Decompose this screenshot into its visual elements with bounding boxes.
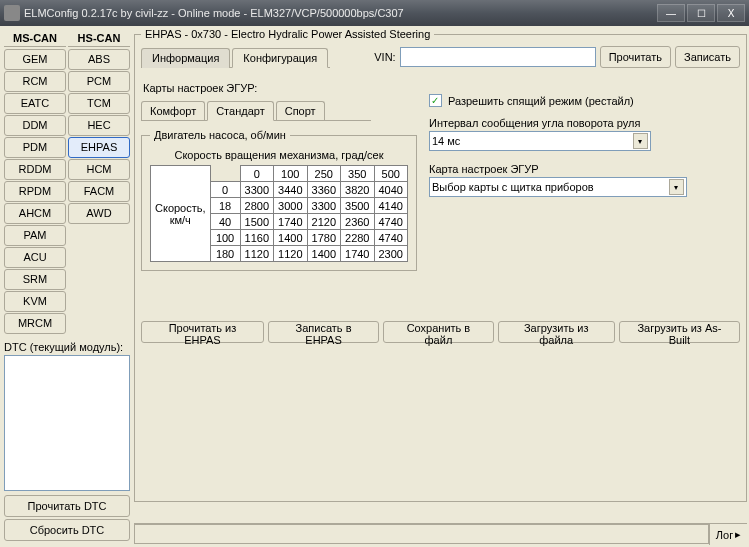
table-cell[interactable]: 3000 bbox=[274, 198, 307, 214]
table-cell[interactable]: 3360 bbox=[307, 182, 340, 198]
module-button-rpdm[interactable]: RPDM bbox=[4, 181, 66, 202]
subtab-sport[interactable]: Спорт bbox=[276, 101, 325, 121]
pump-title: Двигатель насоса, об/мин bbox=[150, 129, 290, 141]
table-cell[interactable]: 1160 bbox=[240, 230, 273, 246]
status-text bbox=[134, 524, 709, 544]
map-source-label: Карта настроек ЭГУР bbox=[429, 163, 740, 175]
table-cell[interactable]: 1780 bbox=[307, 230, 340, 246]
sleep-mode-label: Разрешить спящий режим (рестайл) bbox=[448, 95, 634, 107]
dtc-list[interactable] bbox=[4, 355, 130, 491]
table-cell[interactable]: 4040 bbox=[374, 182, 407, 198]
module-button-mrcm[interactable]: MRCM bbox=[4, 313, 66, 334]
col-header[interactable]: 100 bbox=[274, 166, 307, 182]
row-header[interactable]: 40 bbox=[210, 214, 240, 230]
vin-label: VIN: bbox=[374, 51, 395, 63]
row-header[interactable]: 180 bbox=[210, 246, 240, 262]
subtab-comfort[interactable]: Комфорт bbox=[141, 101, 205, 121]
module-title: EHPAS - 0x730 - Electro Hydralic Power A… bbox=[141, 28, 434, 40]
module-button-acu[interactable]: ACU bbox=[4, 247, 66, 268]
subtab-standard[interactable]: Стандарт bbox=[207, 101, 274, 121]
table-cell[interactable]: 1120 bbox=[274, 246, 307, 262]
module-button-rddm[interactable]: RDDM bbox=[4, 159, 66, 180]
data-table: Скорость,км/ч010025035050003300344033603… bbox=[150, 165, 408, 262]
table-cell[interactable]: 1500 bbox=[240, 214, 273, 230]
close-button[interactable]: X bbox=[717, 4, 745, 22]
table-cell[interactable]: 4740 bbox=[374, 214, 407, 230]
vin-input[interactable] bbox=[400, 47, 596, 67]
table-cell[interactable]: 4140 bbox=[374, 198, 407, 214]
tab-info[interactable]: Информация bbox=[141, 48, 230, 68]
dtc-label: DTC (текущий модуль): bbox=[4, 341, 130, 353]
table-cell[interactable]: 2120 bbox=[307, 214, 340, 230]
table-cell[interactable]: 3440 bbox=[274, 182, 307, 198]
row-header[interactable]: 100 bbox=[210, 230, 240, 246]
save-to-file-button[interactable]: Сохранить в файл bbox=[383, 321, 493, 343]
module-button-tcm[interactable]: TCM bbox=[68, 93, 130, 114]
rotation-speed-label: Скорость вращения механизма, град/сек bbox=[150, 149, 408, 161]
module-button-awd[interactable]: AWD bbox=[68, 203, 130, 224]
write-to-ehpas-button[interactable]: Записать в EHPAS bbox=[268, 321, 379, 343]
table-cell[interactable]: 3300 bbox=[240, 182, 273, 198]
chevron-down-icon: ▾ bbox=[633, 133, 648, 149]
sleep-mode-checkbox[interactable]: ✓ bbox=[429, 94, 442, 107]
window-titlebar: ELMConfig 0.2.17c by civil-zz - Online m… bbox=[0, 0, 749, 26]
table-cell[interactable]: 2280 bbox=[341, 230, 374, 246]
table-cell[interactable]: 2800 bbox=[240, 198, 273, 214]
table-cell[interactable]: 2360 bbox=[341, 214, 374, 230]
module-button-ehpas[interactable]: EHPAS bbox=[68, 137, 130, 158]
table-cell[interactable]: 2300 bbox=[374, 246, 407, 262]
table-cell[interactable]: 3300 bbox=[307, 198, 340, 214]
read-from-ehpas-button[interactable]: Прочитать из EHPAS bbox=[141, 321, 264, 343]
module-button-abs[interactable]: ABS bbox=[68, 49, 130, 70]
tab-config[interactable]: Конфигурация bbox=[232, 48, 328, 68]
map-source-value: Выбор карты с щитка приборов bbox=[432, 181, 594, 193]
module-button-pam[interactable]: PAM bbox=[4, 225, 66, 246]
ms-can-header: MS-CAN bbox=[4, 30, 66, 47]
module-button-rcm[interactable]: RCM bbox=[4, 71, 66, 92]
module-button-ddm[interactable]: DDM bbox=[4, 115, 66, 136]
module-button-kvm[interactable]: KVM bbox=[4, 291, 66, 312]
read-button[interactable]: Прочитать bbox=[600, 46, 671, 68]
reset-dtc-button[interactable]: Сбросить DTC bbox=[4, 519, 130, 541]
module-button-hec[interactable]: HEC bbox=[68, 115, 130, 136]
minimize-button[interactable]: — bbox=[657, 4, 685, 22]
table-cell[interactable]: 1120 bbox=[240, 246, 273, 262]
load-from-file-button[interactable]: Загрузить из файла bbox=[498, 321, 615, 343]
app-icon bbox=[4, 5, 20, 21]
row-header[interactable]: 18 bbox=[210, 198, 240, 214]
load-from-asbuilt-button[interactable]: Загрузить из As-Built bbox=[619, 321, 740, 343]
col-header[interactable]: 350 bbox=[341, 166, 374, 182]
log-button[interactable]: Лог ▸ bbox=[709, 524, 747, 545]
module-button-pcm[interactable]: PCM bbox=[68, 71, 130, 92]
module-button-gem[interactable]: GEM bbox=[4, 49, 66, 70]
module-panel: EHPAS - 0x730 - Electro Hydralic Power A… bbox=[134, 28, 747, 502]
sidebar: MS-CAN GEMRCMEATCDDMPDMRDDMRPDMAHCMPAMAC… bbox=[0, 26, 134, 547]
map-source-select[interactable]: Выбор карты с щитка приборов ▾ bbox=[429, 177, 687, 197]
table-cell[interactable]: 3500 bbox=[341, 198, 374, 214]
col-header[interactable]: 500 bbox=[374, 166, 407, 182]
pump-fieldset: Двигатель насоса, об/мин Скорость вращен… bbox=[141, 129, 417, 271]
maps-label: Карты настроек ЭГУР: bbox=[143, 82, 417, 94]
module-button-ahcm[interactable]: AHCM bbox=[4, 203, 66, 224]
maximize-button[interactable]: ☐ bbox=[687, 4, 715, 22]
module-button-facm[interactable]: FACM bbox=[68, 181, 130, 202]
table-cell[interactable]: 1400 bbox=[307, 246, 340, 262]
interval-value: 14 мс bbox=[432, 135, 460, 147]
module-button-hcm[interactable]: HCM bbox=[68, 159, 130, 180]
col-header[interactable]: 250 bbox=[307, 166, 340, 182]
table-cell[interactable]: 3820 bbox=[341, 182, 374, 198]
interval-select[interactable]: 14 мс ▾ bbox=[429, 131, 651, 151]
module-button-srm[interactable]: SRM bbox=[4, 269, 66, 290]
table-cell[interactable]: 1400 bbox=[274, 230, 307, 246]
module-button-pdm[interactable]: PDM bbox=[4, 137, 66, 158]
table-cell[interactable]: 4740 bbox=[374, 230, 407, 246]
chevron-down-icon: ▾ bbox=[669, 179, 684, 195]
table-cell[interactable]: 1740 bbox=[274, 214, 307, 230]
speed-axis-label: Скорость,км/ч bbox=[151, 166, 211, 262]
write-button[interactable]: Записать bbox=[675, 46, 740, 68]
module-button-eatc[interactable]: EATC bbox=[4, 93, 66, 114]
table-cell[interactable]: 1740 bbox=[341, 246, 374, 262]
read-dtc-button[interactable]: Прочитать DTC bbox=[4, 495, 130, 517]
col-header[interactable]: 0 bbox=[240, 166, 273, 182]
row-header[interactable]: 0 bbox=[210, 182, 240, 198]
